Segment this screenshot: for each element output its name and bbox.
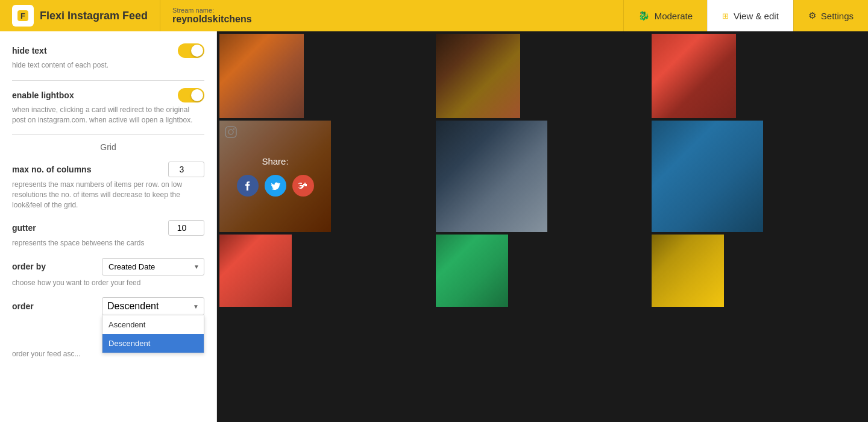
divider-1 xyxy=(12,80,204,81)
main-area: hide text hide text content of each post… xyxy=(0,31,868,422)
gutter-label: gutter xyxy=(12,223,36,233)
nav-settings[interactable]: ⚙ Settings xyxy=(793,0,868,31)
moderate-icon: 🐉 xyxy=(638,10,650,21)
facebook-share-button[interactable] xyxy=(237,175,259,197)
order-by-label: order by xyxy=(12,262,46,271)
feed-grid: Share: xyxy=(219,34,866,307)
gutter-desc: represents the space betweens the cards xyxy=(12,238,204,248)
nav-moderate[interactable]: 🐉 Moderate xyxy=(623,0,707,31)
nav-view-edit[interactable]: ⊞ View & edit xyxy=(707,0,793,31)
order-by-desc: choose how you want to order your feed xyxy=(12,278,204,288)
svg-text:F: F xyxy=(20,11,25,20)
feed-item-4[interactable]: Share: xyxy=(219,121,331,232)
logo-area: F Flexi Instagram Feed xyxy=(0,0,160,31)
order-by-select-wrapper: Created Date Random Popularity ▼ xyxy=(102,258,204,276)
feed-overlay: Share: xyxy=(219,121,331,232)
stream-name: reynoldskitchens xyxy=(172,14,611,25)
divider-2 xyxy=(12,134,204,135)
feed-item-2[interactable] xyxy=(436,34,520,118)
feed-item-9[interactable] xyxy=(652,235,724,307)
nav-moderate-label: Moderate xyxy=(655,11,693,21)
logo-icon: F xyxy=(12,5,34,27)
feed-item-3[interactable] xyxy=(652,34,736,118)
feed-item-7[interactable] xyxy=(219,235,292,307)
grid-section-title: Grid xyxy=(12,142,204,152)
stream-label: Stream name: xyxy=(172,7,611,14)
feed-item-1[interactable] xyxy=(219,34,304,118)
twitter-share-button[interactable] xyxy=(265,175,286,197)
settings-icon: ⚙ xyxy=(808,10,816,21)
order-select-display[interactable]: Descendent ▼ xyxy=(102,297,204,315)
max-columns-input[interactable] xyxy=(168,162,204,177)
app-title: Flexi Instagram Feed xyxy=(40,10,148,22)
header: F Flexi Instagram Feed Stream name: reyn… xyxy=(0,0,868,31)
setting-lightbox: enable lightbox when inactive, clicking … xyxy=(12,88,204,125)
feed-area: Share: xyxy=(217,31,868,422)
order-option-descendent[interactable]: Descendent xyxy=(102,334,204,353)
lightbox-toggle[interactable] xyxy=(178,88,204,102)
feed-item-6[interactable] xyxy=(652,121,763,232)
nav-view-edit-label: View & edit xyxy=(734,11,779,21)
setting-max-columns: max no. of columns represents the max nu… xyxy=(12,162,204,210)
view-edit-icon: ⊞ xyxy=(722,11,729,20)
setting-order: order Descendent ▼ Ascendent Descendent … xyxy=(12,297,204,359)
hide-text-desc: hide text content of each post. xyxy=(12,60,204,71)
setting-order-by: order by Created Date Random Popularity … xyxy=(12,258,204,288)
order-option-ascendent[interactable]: Ascendent xyxy=(102,315,204,334)
lightbox-label: enable lightbox xyxy=(12,90,74,100)
order-dropdown-menu: Ascendent Descendent xyxy=(102,315,204,353)
max-columns-desc: represents the max numbers of items per … xyxy=(12,180,204,210)
order-dropdown-arrow-icon: ▼ xyxy=(193,303,199,310)
share-icons xyxy=(237,175,314,197)
share-label: Share: xyxy=(262,156,288,166)
gutter-input[interactable] xyxy=(168,220,204,236)
feed-item-8[interactable] xyxy=(436,235,508,307)
lightbox-desc: when inactive, clicking a card will redi… xyxy=(12,105,204,125)
nav-settings-label: Settings xyxy=(821,11,854,21)
order-selected-value: Descendent xyxy=(107,301,159,312)
order-by-select[interactable]: Created Date Random Popularity xyxy=(102,258,204,276)
setting-gutter: gutter represents the space betweens the… xyxy=(12,220,204,248)
stream-info: Stream name: reynoldskitchens xyxy=(160,7,623,25)
max-columns-label: max no. of columns xyxy=(12,165,91,174)
hide-text-label: hide text xyxy=(12,46,47,55)
order-dropdown-container: Descendent ▼ Ascendent Descendent xyxy=(102,297,204,315)
googleplus-share-button[interactable] xyxy=(292,175,314,197)
feed-item-5[interactable] xyxy=(436,121,547,232)
hide-text-toggle[interactable] xyxy=(178,43,204,58)
sidebar: hide text hide text content of each post… xyxy=(0,31,217,422)
order-label: order xyxy=(12,301,34,311)
header-nav: 🐉 Moderate ⊞ View & edit ⚙ Settings xyxy=(623,0,868,31)
setting-hide-text: hide text hide text content of each post… xyxy=(12,43,204,71)
